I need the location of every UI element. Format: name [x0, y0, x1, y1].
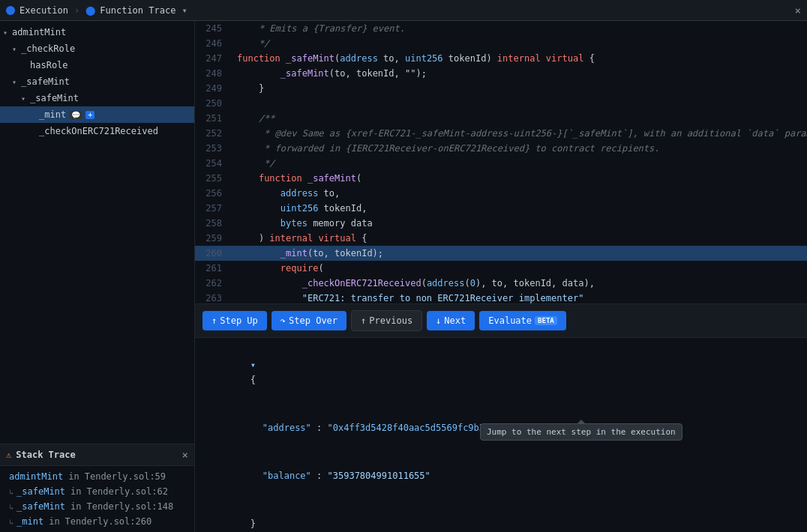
stack-trace-item-1[interactable]: ↳ _safeMint in Tenderly.sol:62	[0, 484, 194, 499]
beta-badge: BETA	[535, 316, 557, 325]
code-line-259: 259 ) internal virtual {	[195, 231, 807, 246]
expand-arrow-0[interactable]: ▾	[250, 360, 256, 370]
line-content-250	[231, 96, 807, 111]
stack-trace-item-3[interactable]: ↳ _mint in Tenderly.sol:260	[0, 514, 194, 529]
next-arrow-icon: ↓	[436, 315, 441, 326]
step-up-label: Step Up	[220, 315, 258, 326]
line-content-257: uint256 tokenId,	[231, 201, 807, 216]
line-content-256: address to,	[231, 186, 807, 201]
code-line-251: 251 /**	[195, 111, 807, 126]
stack-loc-1: Tenderly.sol:62	[87, 486, 168, 497]
line-num-246: 246	[195, 36, 231, 51]
stack-trace-list: admintMint in Tenderly.sol:59 ↳ _safeMin…	[0, 466, 194, 532]
tree-label-safeMint-root: _safeMint	[21, 76, 70, 87]
mint-add-icon[interactable]: +	[86, 111, 94, 119]
tree-label-checkOnERC721Received: _checkOnERC721Received	[39, 126, 158, 136]
line-num-259: 259	[195, 231, 231, 246]
stack-trace-item-2[interactable]: ↳ _safeMint in Tenderly.sol:148	[0, 499, 194, 514]
stack-loc-0: Tenderly.sol:59	[85, 471, 166, 482]
tree-arrow-admintMint: ▾	[3, 28, 12, 37]
warning-icon: ⚠	[6, 450, 11, 460]
step-up-arrow-icon: ↑	[212, 315, 217, 326]
step-over-button[interactable]: ↷ Step Over	[272, 311, 346, 330]
stack-trace-title: Stack Trace	[16, 450, 182, 460]
tree-arrow-safeMint-root: ▾	[12, 78, 21, 86]
line-content-252: * @dev Same as {xref-ERC721-_safeMint-ad…	[231, 126, 807, 141]
header-function-trace-icon: ⬤	[86, 5, 95, 16]
tree-item-checkOnERC721Received[interactable]: _checkOnERC721Received	[0, 123, 194, 139]
code-line-261: 261 require(	[195, 261, 807, 276]
stack-in-1: in	[70, 486, 81, 497]
line-content-245: * Emits a {Transfer} event.	[231, 21, 807, 36]
line-num-258: 258	[195, 216, 231, 231]
tree-label-mint: _mint	[39, 109, 66, 120]
tree-item-admintMint[interactable]: ▾ admintMint	[0, 24, 194, 40]
previous-button[interactable]: ↑ Previous	[351, 310, 422, 331]
evaluate-label: Evaluate	[488, 315, 532, 326]
stack-func-0: admintMint	[9, 471, 63, 482]
top-header: Execution › ⬤ Function Trace ▾ ×	[0, 0, 807, 21]
main-layout: ▾ admintMint ▾ _checkRole hasRole ▾ _saf…	[0, 21, 807, 532]
code-line-249: 249 }	[195, 81, 807, 96]
line-content-263: "ERC721: transfer to non ERC721Receiver …	[231, 291, 807, 303]
stack-func-3: _mint	[16, 516, 44, 527]
line-content-253: * forwarded in {IERC721Receiver-onERC721…	[231, 141, 807, 156]
data-line-0: ▾ {	[195, 341, 807, 404]
tree-label-safeMint-child: _safeMint	[30, 93, 79, 103]
tree-arrow-safeMint-child: ▾	[21, 94, 30, 103]
line-num-253: 253	[195, 141, 231, 156]
tree-item-hasRole[interactable]: hasRole	[0, 57, 194, 73]
stack-in-3: in	[49, 516, 59, 527]
line-num-245: 245	[195, 21, 231, 36]
stack-trace-header: ⚠ Stack Trace ×	[0, 444, 194, 466]
step-over-label: Step Over	[289, 315, 338, 326]
stack-in-0: in	[68, 471, 79, 482]
line-content-259: ) internal virtual {	[231, 231, 807, 246]
code-line-263: 263 "ERC721: transfer to non ERC721Recei…	[195, 291, 807, 303]
line-num-256: 256	[195, 186, 231, 201]
code-line-247: 247 function _safeMint(address to, uint2…	[195, 51, 807, 66]
code-line-245: 245 * Emits a {Transfer} event.	[195, 21, 807, 36]
tree-item-safeMint-child[interactable]: ▾ _safeMint	[0, 90, 194, 106]
code-line-255: 255 function _safeMint(	[195, 171, 807, 186]
next-button[interactable]: ↓ Next	[427, 311, 475, 330]
header-execution-label: Execution	[20, 5, 68, 16]
tree-label-checkRole: _checkRole	[21, 43, 75, 54]
line-content-251: /**	[231, 111, 807, 126]
code-area[interactable]: 245 * Emits a {Transfer} event. 246 */ 2…	[195, 21, 807, 303]
line-num-255: 255	[195, 171, 231, 186]
sidebar: ▾ admintMint ▾ _checkRole hasRole ▾ _saf…	[0, 21, 195, 532]
line-content-261: require(	[231, 261, 807, 276]
stack-func-2: _safeMint	[16, 501, 65, 512]
code-line-260: 260 _mint(to, tokenId);	[195, 246, 807, 261]
data-line-2: "balance" : "35937804991011655"	[195, 452, 807, 500]
line-content-246: */	[231, 36, 807, 51]
code-line-262: 262 _checkOnERC721Received(address(0), t…	[195, 276, 807, 291]
stack-func-1: _safeMint	[16, 486, 65, 497]
line-num-251: 251	[195, 111, 231, 126]
tree-item-safeMint-root[interactable]: ▾ _safeMint	[0, 73, 194, 90]
line-num-247: 247	[195, 51, 231, 66]
previous-label: Previous	[369, 315, 412, 326]
stack-trace-close-button[interactable]: ×	[182, 449, 188, 461]
tree-label-admintMint: admintMint	[12, 27, 66, 37]
code-line-252: 252 * @dev Same as {xref-ERC721-_safeMin…	[195, 126, 807, 141]
tree-item-checkRole[interactable]: ▾ _checkRole	[0, 40, 194, 57]
mint-comment-icon: 💬	[69, 111, 82, 119]
line-num-260: 260	[195, 246, 231, 261]
stack-trace-section: ⚠ Stack Trace × admintMint in Tenderly.s…	[0, 444, 194, 532]
code-line-248: 248 _safeMint(to, tokenId, "");	[195, 66, 807, 81]
tree-item-mint[interactable]: _mint 💬 +	[0, 106, 194, 123]
line-content-262: _checkOnERC721Received(address(0), to, t…	[231, 276, 807, 291]
stack-trace-item-0[interactable]: admintMint in Tenderly.sol:59	[0, 469, 194, 484]
header-close-button[interactable]: ×	[795, 4, 801, 16]
code-line-254: 254 */	[195, 156, 807, 171]
stack-in-2: in	[70, 501, 81, 512]
code-line-246: 246 */	[195, 36, 807, 51]
tree-label-hasRole: hasRole	[30, 60, 68, 70]
line-num-262: 262	[195, 276, 231, 291]
execution-icon	[6, 6, 15, 15]
evaluate-button[interactable]: Evaluate BETA	[479, 311, 566, 330]
line-content-260: _mint(to, tokenId);	[231, 246, 807, 261]
step-up-button[interactable]: ↑ Step Up	[202, 311, 267, 330]
